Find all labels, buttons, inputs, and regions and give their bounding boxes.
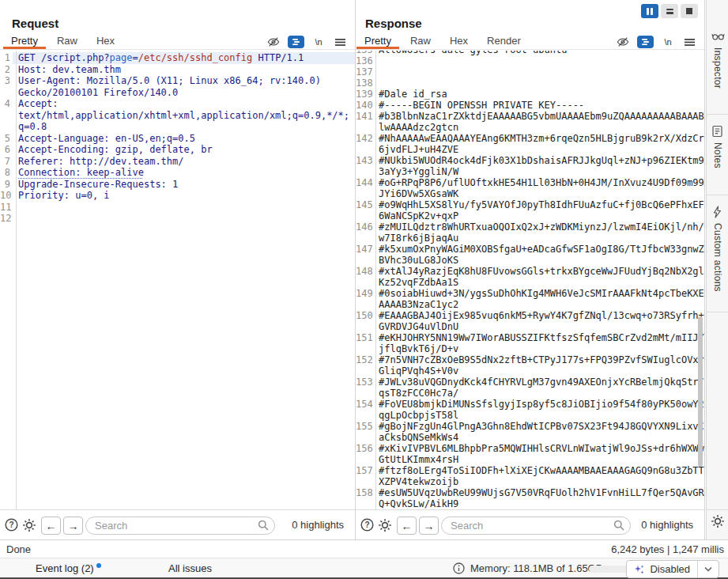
- line-number: 149: [356, 288, 374, 299]
- sidebar-tab-inspector[interactable]: Inspector: [712, 47, 723, 89]
- response-search-input[interactable]: [441, 517, 631, 535]
- request-editor[interactable]: 1GET /script.php?page=/etc/ssh/sshd_conf…: [0, 51, 355, 509]
- burp-ai-toggle[interactable]: Disabled: [627, 561, 697, 577]
- code-line: 142#NhAAAAAwEAAQAAAYEAng6KMTH3zm+6rqeQzn…: [356, 133, 704, 144]
- menu-icon[interactable]: [682, 36, 696, 48]
- code-text: JYi6DVw5XGsaWK: [374, 188, 704, 199]
- line-number: 151: [356, 332, 374, 343]
- tab-request-raw[interactable]: Raw: [49, 35, 85, 49]
- tab-response-hex[interactable]: Hex: [442, 35, 476, 49]
- event-log-button[interactable]: Event log (2): [36, 562, 101, 574]
- search-next-button[interactable]: →: [419, 517, 439, 535]
- help-icon[interactable]: ?: [5, 518, 18, 535]
- code-line: 1GET /script.php?page=/etc/ssh/sshd_conf…: [0, 52, 355, 64]
- tab-request-hex[interactable]: Hex: [89, 35, 123, 49]
- line-number: 141: [356, 111, 374, 122]
- status-row: Done 6,242 bytes | 1,247 millis: [0, 539, 728, 558]
- tab-response-pretty[interactable]: Pretty: [356, 35, 399, 49]
- layout-single-button[interactable]: [681, 4, 698, 18]
- menu-icon[interactable]: [333, 36, 347, 48]
- code-line: 144#oG+RPqP8P6/uflUOftxkHE54H1Ll03HbN+0H…: [356, 177, 704, 188]
- code-line: 5Accept-Language: en-US,en;q=0.5: [0, 133, 355, 145]
- response-metrics: 6,242 bytes | 1,247 millis: [611, 543, 724, 555]
- code-text: Accept:: [13, 98, 355, 110]
- sparkles-icon: [634, 564, 645, 575]
- search-settings-gear-icon[interactable]: [378, 518, 392, 535]
- code-line: 10Priority: u=0, i: [0, 190, 355, 202]
- code-text: XZPV4tekwzoijb: [374, 476, 704, 487]
- code-text: Accept-Language: en-US,en;q=0.5: [13, 133, 355, 145]
- line-number: 136: [356, 55, 374, 66]
- code-text: 3aYy3+YggliN/W: [374, 166, 704, 177]
- code-text: #0soiabHiuwd+3N/ygsSuDhOhKIg4MWH6VeJcSMI…: [374, 288, 704, 299]
- all-issues-button[interactable]: All issues: [168, 562, 212, 574]
- line-number: [356, 166, 374, 177]
- code-text: lwAAAAdzc2gtcn: [374, 122, 704, 133]
- prettify-toggle-icon[interactable]: [637, 36, 654, 48]
- prettify-toggle-icon[interactable]: [288, 36, 304, 48]
- line-number: [0, 110, 13, 122]
- code-text: [13, 213, 355, 225]
- custom-actions-bolt-icon[interactable]: [711, 206, 723, 221]
- line-number: 4: [0, 98, 13, 110]
- code-text: #gBojNFzgUn4GlPngA3Ghn8EhdWtICPBv07SX23F…: [374, 421, 704, 432]
- response-scrollbar-thumb[interactable]: [698, 316, 703, 467]
- search-prev-button[interactable]: ←: [397, 517, 417, 535]
- code-text: #oG+RPqP8P6/uflUOftxkHE54H1Ll03HbN+0H4JM…: [374, 177, 704, 188]
- event-log-unread-dot: [96, 563, 101, 568]
- hide-eye-icon[interactable]: [616, 36, 630, 48]
- search-prev-button[interactable]: ←: [41, 517, 61, 535]
- show-newlines-icon[interactable]: \n: [311, 36, 326, 48]
- code-text: #FoVEU8bmjkDiMUNsSfslgyjIsp8yf5c8JiOBIji…: [374, 399, 704, 410]
- line-number: 11: [0, 202, 13, 214]
- inspector-glasses-icon[interactable]: [711, 30, 725, 44]
- tab-request-pretty[interactable]: Pretty: [3, 35, 46, 49]
- sidebar-divider: [707, 509, 728, 510]
- code-text: Referer: http://dev.team.thm/: [13, 156, 355, 168]
- request-title: Request: [12, 17, 58, 30]
- show-newlines-icon[interactable]: \n: [661, 36, 675, 48]
- code-line: GVRDVJG4uVlDnU: [356, 321, 704, 332]
- line-number: [356, 343, 374, 354]
- search-settings-gear-icon[interactable]: [22, 518, 36, 535]
- sidebar-tab-custom-actions[interactable]: Custom actions: [712, 223, 723, 292]
- code-line: GliqPVqh4S+V0v: [356, 365, 704, 377]
- code-line: 153#JWLv38uVQGDnydKck4fCHYRVLgM37gvn49AX…: [356, 377, 704, 388]
- layout-rows-button[interactable]: [661, 4, 678, 18]
- code-text: #b3BlbnNzaC1rZXktdjEAAAAABG5vbmUAAAAEbm9…: [374, 111, 704, 122]
- code-text: #xtAlJ4yRazjEqK8hU8FUvowsGGls+trkxBYgceW…: [374, 266, 704, 277]
- code-line: Gecko/20100101 Firefox/140.0: [0, 87, 355, 99]
- code-line: 147#k5xumOxPnyWAGiM0XOBSfgaU+eADcaGfwSF1…: [356, 244, 704, 255]
- tab-response-raw[interactable]: Raw: [402, 35, 439, 49]
- layout-columns-button[interactable]: [641, 4, 658, 18]
- tab-response-render[interactable]: Render: [479, 35, 529, 49]
- code-text: Host: dev.team.thm: [13, 64, 355, 76]
- code-line: qgLpOcbpjsT58l: [356, 410, 704, 421]
- help-icon[interactable]: ?: [360, 518, 374, 535]
- request-search-input[interactable]: [85, 517, 275, 535]
- code-line: GtUtLKImmx4rsH: [356, 454, 704, 465]
- request-header-icons: \n: [266, 35, 347, 49]
- line-number: [356, 233, 374, 244]
- hide-eye-icon[interactable]: [266, 36, 281, 48]
- code-text: Q+QvkSLw/AikH9: [374, 498, 704, 509]
- line-number: [0, 121, 13, 133]
- sidebar-tab-notes[interactable]: Notes: [712, 142, 723, 168]
- line-number: 7: [0, 156, 13, 168]
- search-next-button[interactable]: →: [63, 517, 83, 535]
- code-line: 152#7n5VNH7cZBxOeB9S5dNx2zftB+CTPyJ177s+…: [356, 354, 704, 365]
- svg-text:?: ?: [364, 520, 369, 529]
- response-panel: Response Pretty Raw Hex Render \n 135All…: [356, 0, 705, 539]
- notes-document-icon[interactable]: [711, 125, 723, 141]
- code-text: Kz52vqFZdbAa1S: [374, 277, 704, 288]
- ai-dropdown-button[interactable]: [697, 561, 719, 577]
- sidebar-settings-gear-icon[interactable]: [711, 514, 725, 532]
- response-editor[interactable]: 135AllowUsers dale gyles root ubuntu1361…: [356, 51, 704, 509]
- code-text: 6jvdFLJ+uH4ZVE: [374, 144, 704, 155]
- code-text: aCksbQNSeMkWs4: [374, 432, 704, 443]
- line-number: [356, 299, 374, 310]
- burp-ai-button[interactable]: Disabled: [626, 560, 719, 578]
- bottom-bar: Event log (2) All issues Memory: 118.1MB…: [0, 558, 728, 579]
- code-line: 3aYy3+YggliN/W: [356, 166, 704, 177]
- code-line: 149#0soiabHiuwd+3N/ygsSuDhOhKIg4MWH6VeJc…: [356, 288, 704, 299]
